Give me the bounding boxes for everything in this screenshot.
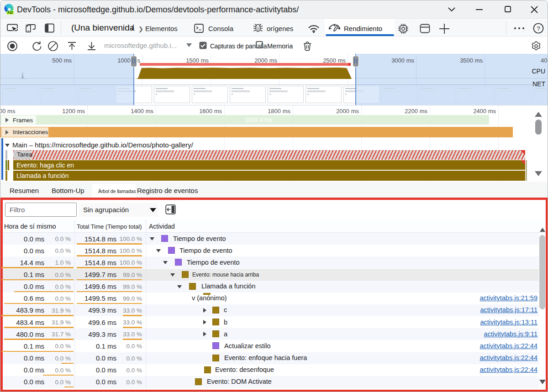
svg-text:?: ? [537,25,540,32]
svg-text:F12: F12 [8,11,13,14]
